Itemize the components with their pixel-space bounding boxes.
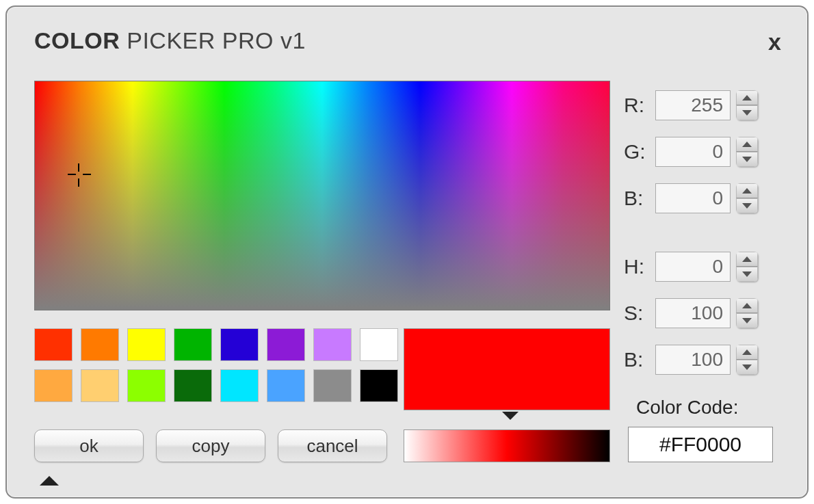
chevron-up-icon[interactable] [736,252,758,267]
svg-marker-4 [742,188,752,194]
copy-button[interactable]: copy [156,429,265,462]
cancel-button[interactable]: cancel [278,429,387,462]
swatch-2[interactable] [127,328,166,361]
swatch-6[interactable] [313,328,352,361]
field-row-b: B: [624,183,758,213]
swatch-12[interactable] [220,369,259,402]
spinner-b[interactable] [736,183,758,213]
shade-slider[interactable] [404,429,610,462]
chevron-up-icon[interactable] [736,345,758,360]
ok-button[interactable]: ok [34,429,144,462]
input-s[interactable] [655,298,731,328]
chevron-down-icon[interactable] [736,313,758,328]
swatch-grid [34,328,398,402]
swatch-7[interactable] [360,328,398,361]
spinner-r[interactable] [736,90,758,120]
field-row-h: H: [624,252,758,282]
app-title: COLOR PICKER PRO v1 [34,27,306,54]
preview-dropdown-icon[interactable] [502,412,518,420]
swatch-1[interactable] [81,328,119,361]
field-row-s: S: [624,298,758,328]
chevron-up-icon[interactable] [736,183,758,198]
label-r: R: [624,94,655,117]
input-h[interactable] [655,252,731,282]
swatch-8[interactable] [34,369,73,402]
field-row-v: B: [624,345,758,375]
swatch-11[interactable] [174,369,212,402]
color-preview [404,328,610,410]
swatch-10[interactable] [127,369,166,402]
spinner-v[interactable] [736,345,758,375]
field-row-g: G: [624,137,758,167]
label-g: G: [624,140,655,163]
swatch-9[interactable] [81,369,119,402]
chevron-down-icon[interactable] [736,267,758,282]
input-g[interactable] [655,137,731,167]
input-b[interactable] [655,183,731,213]
label-v: B: [624,348,655,371]
swatch-14[interactable] [313,369,352,402]
chevron-down-icon[interactable] [736,198,758,213]
input-v[interactable] [655,345,731,375]
svg-marker-8 [742,303,752,308]
chevron-up-icon[interactable] [736,90,758,105]
color-code-input[interactable] [628,427,773,462]
color-spectrum[interactable] [34,81,610,310]
svg-marker-10 [742,349,752,355]
swatch-13[interactable] [267,369,305,402]
svg-marker-3 [742,157,752,162]
svg-marker-0 [742,95,752,101]
swatch-3[interactable] [174,328,212,361]
swatch-5[interactable] [267,328,305,361]
field-row-r: R: [624,90,758,120]
swatch-0[interactable] [34,328,73,361]
input-r[interactable] [655,90,731,120]
label-s: S: [624,302,655,325]
svg-marker-9 [742,318,752,323]
close-button[interactable]: x [768,29,781,55]
svg-marker-7 [742,271,752,277]
chevron-up-icon[interactable] [736,298,758,313]
chevron-down-icon[interactable] [736,105,758,120]
svg-marker-5 [742,203,752,209]
collapse-icon[interactable] [40,476,59,486]
swatch-4[interactable] [220,328,259,361]
color-picker-panel: COLOR PICKER PRO v1 x ok copy cancel R: … [5,5,809,499]
spinner-g[interactable] [736,137,758,167]
color-code-label: Color Code: [636,397,738,419]
label-b: B: [624,187,655,210]
svg-marker-2 [742,142,752,147]
swatch-15[interactable] [360,369,398,402]
spinner-s[interactable] [736,298,758,328]
chevron-up-icon[interactable] [736,137,758,152]
spinner-h[interactable] [736,252,758,282]
svg-marker-6 [742,256,752,262]
crosshair-icon [68,163,91,187]
chevron-down-icon[interactable] [736,152,758,167]
label-h: H: [624,255,655,278]
svg-marker-11 [742,364,752,370]
chevron-down-icon[interactable] [736,360,758,375]
svg-marker-1 [742,110,752,116]
